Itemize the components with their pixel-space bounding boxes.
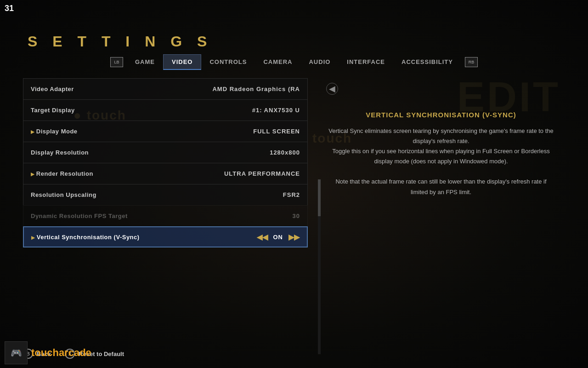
setting-value-display-mode: FULL SCREEN — [253, 128, 300, 135]
tab-accessibility[interactable]: ACCESSIBILITY — [393, 55, 461, 70]
setting-value-resolution-upscaling: FSR2 — [283, 191, 300, 198]
setting-label-display-mode: Display Mode — [31, 128, 253, 135]
setting-row-vsync[interactable]: Vertical Synchronisation (V-Sync) ◀◀ ON … — [23, 226, 308, 247]
setting-row-display-resolution[interactable]: Display Resolution 588x368 — [23, 142, 308, 163]
setting-label-dynamic-resolution: Dynamic Resolution FPS Target — [31, 213, 293, 219]
setting-row-render-resolution[interactable]: Render Resolution ULTRA PERFORMANCE — [23, 163, 308, 184]
tab-game[interactable]: GAME — [127, 55, 163, 70]
vsync-prev-button[interactable]: ◀◀ — [257, 233, 268, 242]
page-title: S E T T I N G S — [28, 33, 212, 50]
info-panel: ◀ VERTICAL SYNCHRONISATION (V-SYNC) Vert… — [317, 78, 565, 331]
tab-interface[interactable]: INTERFACE — [339, 55, 393, 70]
setting-row-target-display[interactable]: Target Display #1: ANX7530 U — [23, 99, 308, 121]
nav-right-button[interactable]: RB — [465, 57, 478, 67]
setting-row-dynamic-resolution: Dynamic Resolution FPS Target 30 — [23, 205, 308, 226]
watermark-icon: 🎮 — [5, 341, 28, 364]
info-back-button[interactable]: ◀ — [326, 83, 338, 95]
vsync-controls: ◀◀ ON ▶▶ — [257, 233, 300, 242]
setting-label-display-resolution: Display Resolution — [31, 149, 270, 156]
setting-row-resolution-upscaling[interactable]: Resolution Upscaling FSR2 — [23, 184, 308, 205]
setting-label-resolution-upscaling: Resolution Upscaling — [31, 191, 283, 198]
tab-video[interactable]: VIDEO — [163, 54, 201, 70]
setting-row-video-adapter[interactable]: Video Adapter AMD Radeon Graphics (RA — [23, 78, 308, 99]
settings-list: Video Adapter AMD Radeon Graphics (RA Ta… — [23, 78, 308, 331]
setting-label-target-display: Target Display — [31, 107, 252, 114]
info-text: Vertical Sync eliminates screen tearing … — [326, 126, 556, 197]
setting-value-target-display: #1: ANX7530 U — [252, 107, 300, 114]
nav-tabs: LB GAME VIDEO CONTROLS CAMERA AUDIO INTE… — [0, 54, 588, 70]
setting-value-dynamic-resolution: 30 — [293, 213, 300, 219]
bottom-bar: B Back X Reset to Default — [23, 349, 565, 359]
setting-label-video-adapter: Video Adapter — [31, 86, 212, 92]
setting-label-render-resolution: Render Resolution — [31, 170, 224, 177]
nav-left-button[interactable]: LB — [110, 57, 123, 67]
tab-camera[interactable]: CAMERA — [255, 55, 300, 70]
setting-value-render-resolution: ULTRA PERFORMANCE — [224, 170, 300, 177]
main-content: Video Adapter AMD Radeon Graphics (RA Ta… — [23, 78, 565, 331]
watermark-text: toucharcade — [31, 347, 91, 359]
watermark: 🎮 toucharcade — [0, 338, 96, 368]
setting-value-display-resolution: 588x368 — [270, 149, 300, 156]
vsync-next-button[interactable]: ▶▶ — [288, 233, 300, 242]
setting-value-video-adapter: AMD Radeon Graphics (RA — [212, 86, 300, 92]
tab-audio[interactable]: AUDIO — [300, 55, 339, 70]
tab-controls[interactable]: CONTROLS — [201, 55, 255, 70]
setting-label-vsync: Vertical Synchronisation (V-Sync) — [31, 234, 257, 241]
info-title: VERTICAL SYNCHRONISATION (V-SYNC) — [326, 111, 556, 119]
setting-value-vsync: ON — [273, 234, 283, 241]
scrollbar-thumb[interactable] — [318, 179, 321, 216]
setting-row-display-mode[interactable]: Display Mode FULL SCREEN — [23, 121, 308, 142]
scrollbar-track — [318, 179, 321, 354]
frame-number: 31 — [5, 4, 14, 13]
